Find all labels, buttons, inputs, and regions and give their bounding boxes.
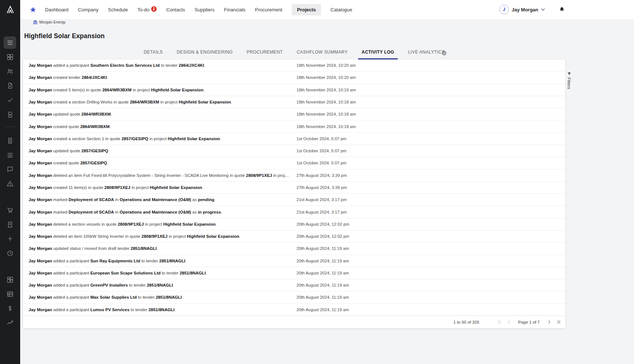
list-icon bbox=[7, 39, 14, 46]
sidebar-divider bbox=[5, 127, 15, 127]
activity-message: Jay Morgan updated quote 2864/WR3BXM. bbox=[29, 112, 291, 116]
tab-details[interactable]: DETAILS bbox=[140, 50, 167, 59]
activity-message: Jay Morgan added a participant Lumos PV … bbox=[29, 307, 291, 312]
activity-list[interactable]: Jay Morgan added a participant Southern … bbox=[23, 59, 565, 316]
nav-item-company[interactable]: Company bbox=[78, 4, 99, 15]
sidebar-item-file-up[interactable] bbox=[4, 108, 16, 121]
activity-row: Jay Morgan added a participant European … bbox=[23, 267, 565, 279]
dashboard-icon bbox=[7, 276, 14, 283]
clock-icon bbox=[7, 250, 14, 257]
sidebar-item-table[interactable] bbox=[4, 288, 16, 300]
filters-panel-toggle[interactable]: Filters bbox=[567, 72, 571, 89]
activity-row: Jay Morgan added a participant Sun Ray E… bbox=[23, 255, 565, 267]
activity-message: Jay Morgan created tender 2864/JXC4KI. bbox=[29, 75, 291, 80]
app-root: DashboardCompanyScheduleTo-do2ContactsSu… bbox=[0, 0, 634, 364]
activity-row: Jay Morgan updated status / moved from d… bbox=[23, 243, 565, 255]
activity-row: Jay Morgan created a section Drilling Wo… bbox=[23, 96, 565, 108]
activity-timestamp: 18th November 2024, 10:20 am bbox=[296, 75, 356, 80]
activity-message: Jay Morgan created 11 item(s) in quote 2… bbox=[29, 185, 291, 190]
sidebar-icons bbox=[0, 0, 20, 364]
sidebar-item-receipt[interactable] bbox=[4, 218, 16, 231]
activity-message: Jay Morgan created a section Section 1 i… bbox=[29, 136, 291, 141]
activity-message: Jay Morgan added a participant Max Solar… bbox=[29, 295, 291, 299]
nav-item-to-do[interactable]: To-do2 bbox=[137, 4, 157, 15]
sidebar-item-trend[interactable] bbox=[4, 316, 16, 329]
user-menu[interactable]: J Jay Morgan bbox=[499, 5, 545, 14]
activity-row: Jay Morgan created a section Section 1 i… bbox=[23, 133, 565, 145]
sidebar-item-cart[interactable] bbox=[4, 204, 16, 216]
nav-item-dashboard[interactable]: Dashboard bbox=[45, 4, 69, 15]
filter-icon bbox=[567, 72, 571, 76]
activity-message: Jay Morgan created quote 2857/GESIPQ. bbox=[29, 161, 291, 165]
activity-message: Jay Morgan created 5 item(s) in quote 28… bbox=[29, 88, 291, 92]
activity-row: Jay Morgan created quote 2864/WR3BXM.18t… bbox=[23, 120, 565, 132]
file-upload-icon bbox=[7, 111, 14, 118]
activity-card: Jay Morgan added a participant Southern … bbox=[23, 59, 565, 328]
next-page-button[interactable] bbox=[544, 317, 554, 327]
activity-row: Jay Morgan deleted a section vessels in … bbox=[23, 218, 565, 230]
filters-label: Filters bbox=[567, 77, 571, 89]
table-icon bbox=[7, 291, 14, 298]
sidebar-item-modules[interactable] bbox=[4, 51, 16, 63]
activity-row: Jay Morgan updated quote 2857/GESIPQ.1st… bbox=[23, 145, 565, 157]
sidebar-item-clock[interactable] bbox=[4, 247, 16, 259]
trend-icon bbox=[7, 319, 14, 326]
first-page-button[interactable] bbox=[495, 317, 504, 327]
sidebar-item-check[interactable] bbox=[4, 94, 16, 106]
sidebar-item-people[interactable] bbox=[4, 65, 16, 77]
tab-bar: DETAILSDESIGN & ENGINEERINGPROCUREMENTCA… bbox=[23, 44, 565, 59]
activity-timestamp: 27th August 2024, 3:39 pm bbox=[296, 185, 347, 190]
favorites-star-icon[interactable] bbox=[30, 6, 36, 13]
activity-timestamp: 20th August 2024, 11:19 am bbox=[296, 246, 349, 251]
breadcrumb[interactable]: Morgan Energy bbox=[33, 20, 66, 24]
sidebar-item-document[interactable] bbox=[4, 79, 16, 92]
pagination-page-label: Page 1 of 7 bbox=[518, 320, 540, 324]
sidebar-item-chat[interactable] bbox=[4, 163, 16, 175]
sidebar-item-list[interactable] bbox=[4, 36, 16, 49]
activity-row: Jay Morgan added a participant Southern … bbox=[23, 59, 565, 72]
nav-item-schedule[interactable]: Schedule bbox=[108, 4, 128, 15]
activity-timestamp: 18th November 2024, 10:18 am bbox=[296, 124, 356, 129]
sidebar-item-plus[interactable] bbox=[4, 232, 16, 245]
nav-item-contacts[interactable]: Contacts bbox=[166, 4, 185, 15]
activity-row: Jay Morgan added a participant GreenPV I… bbox=[23, 279, 565, 291]
sidebar-item-rows[interactable] bbox=[4, 149, 16, 161]
notifications-bell-icon[interactable] bbox=[559, 6, 565, 13]
dollar-icon bbox=[7, 305, 14, 312]
activity-message: Jay Morgan added a participant GreenPV I… bbox=[29, 283, 291, 287]
activity-message: Jay Morgan marked Deployment of SCADA in… bbox=[29, 197, 291, 202]
nav-item-suppliers[interactable]: Suppliers bbox=[194, 4, 214, 15]
nav-item-catalogue[interactable]: Catalogue bbox=[331, 4, 352, 15]
sidebar-item-dollar[interactable] bbox=[4, 302, 16, 314]
nav-item-projects[interactable]: Projects bbox=[292, 4, 321, 15]
nav-item-label: To-do bbox=[137, 7, 149, 12]
sidebar-item-alert[interactable] bbox=[4, 177, 16, 190]
tab-design-engineering[interactable]: DESIGN & ENGINEERING bbox=[173, 50, 237, 59]
nav-item-procurement[interactable]: Procurement bbox=[255, 4, 282, 15]
last-page-button[interactable] bbox=[554, 317, 563, 327]
top-navbar: DashboardCompanyScheduleTo-do2ContactsSu… bbox=[20, 0, 634, 19]
activity-timestamp: 20th August 2024, 11:19 am bbox=[296, 259, 349, 263]
nav-item-financials[interactable]: Financials bbox=[224, 4, 246, 15]
previous-page-button[interactable] bbox=[504, 317, 514, 327]
sidebar-item-grid[interactable] bbox=[4, 273, 16, 286]
nav-item-label: Suppliers bbox=[194, 7, 214, 12]
chat-icon bbox=[7, 166, 14, 173]
activity-timestamp: 18th November 2024, 10:18 am bbox=[296, 112, 356, 116]
activity-message: Jay Morgan updated quote 2857/GESIPQ. bbox=[29, 149, 291, 153]
tab-activity-log[interactable]: ACTIVITY LOG bbox=[358, 50, 398, 59]
tab-cashflow-summary[interactable]: CASHFLOW SUMMARY bbox=[293, 50, 351, 59]
activity-row: Jay Morgan marked Deployment of SCADA in… bbox=[23, 194, 565, 206]
activity-timestamp: 1st October 2024, 5:07 pm bbox=[296, 136, 346, 141]
people-icon bbox=[7, 68, 14, 75]
sidebar-item-doc-lines[interactable] bbox=[4, 134, 16, 147]
pagination-bar: 1 to 50 of 326 Page 1 of 7 bbox=[23, 316, 565, 328]
activity-timestamp: 20th August 2024, 12:02 pm bbox=[296, 222, 349, 226]
activity-timestamp: 21st August 2024, 3:17 pm bbox=[296, 197, 347, 202]
tab-settings-gear-icon[interactable]: ⚙ bbox=[441, 50, 447, 57]
activity-timestamp: 18th November 2024, 10:19 am bbox=[296, 88, 356, 92]
breadcrumb-company-label: Morgan Energy bbox=[39, 20, 66, 24]
activity-row: Jay Morgan updated quote 2864/WR3BXM.18t… bbox=[23, 108, 565, 120]
activity-timestamp: 18th November 2024, 10:18 am bbox=[296, 100, 356, 104]
tab-procurement[interactable]: PROCUREMENT bbox=[243, 50, 286, 59]
